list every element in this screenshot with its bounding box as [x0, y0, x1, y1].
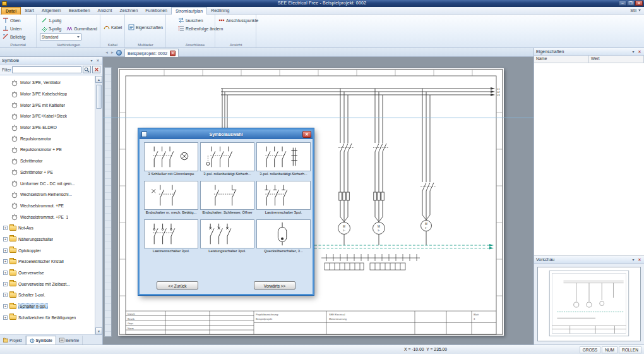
tree-item-label: Umformer DC - DC mit gem... [20, 181, 75, 186]
minimize-button[interactable]: – [619, 1, 626, 6]
tree-item-wechselstrommot-pe-1[interactable]: Wechselstrommot. +PE_1 [0, 211, 95, 223]
tree-item-repulsionsmotor-pe[interactable]: Repulsionsmotor + PE [0, 144, 95, 156]
eigenschaften-button[interactable]: Eigenschaften [127, 23, 164, 31]
menu-tab-ansicht[interactable]: Ansicht [94, 7, 116, 15]
tree-item-motor-3-pe-ventilator[interactable]: Motor 3/PE, Ventilator [0, 77, 95, 88]
symbol-cell-6[interactable]: Lasttrennschalter 3pol. [256, 181, 311, 216]
dialog-close-button[interactable]: ✕ [302, 131, 311, 138]
back-button[interactable]: << Zurück [157, 281, 198, 290]
panel-pin-icon[interactable]: ▾ [631, 49, 636, 54]
tree-item-schrittmotor[interactable]: Schrittmotor [0, 156, 95, 167]
expand-plus-icon[interactable]: + [3, 226, 8, 230]
gummiband-button[interactable]: Gummiband [65, 25, 98, 32]
tab-close-icon[interactable]: ✕ [170, 51, 176, 56]
tab-scroll-left-icon[interactable]: ◄ [105, 50, 109, 55]
style-selector[interactable]: Stil [630, 8, 636, 13]
column-wert[interactable]: Wert [589, 56, 644, 63]
close-button[interactable]: ✕ [635, 1, 643, 6]
cable-icon [104, 24, 110, 30]
tree-item-repulsionsmotor[interactable]: Repulsionsmotor [0, 133, 95, 144]
expand-plus-icon[interactable]: + [3, 293, 8, 297]
column-name[interactable]: Name [534, 56, 589, 63]
menu-tab-allgemein[interactable]: Allgemein [38, 7, 65, 15]
scroll-down-icon[interactable]: ▼ [95, 327, 102, 334]
einpolig-button[interactable]: 1-polig [40, 16, 63, 24]
tree-item-piezoelektrischer-kristall[interactable]: +Piezoelektrischer Kristall [0, 256, 95, 267]
filter-search-button[interactable] [83, 66, 91, 73]
tree-item-schalter-n-pol[interactable]: +Schalter n-pol. [0, 301, 95, 312]
preview-area [534, 264, 644, 345]
tree-item-not-aus[interactable]: +Not-Aus [0, 223, 95, 234]
menu-tab-redlining[interactable]: Redlining [207, 7, 233, 15]
filter-clear-button[interactable] [92, 66, 100, 73]
symbol-cell-4[interactable]: Endschalter m. mech. Betätig... [144, 181, 198, 216]
scrollbar-thumb[interactable] [96, 85, 102, 109]
scroll-up-icon[interactable]: ▲ [95, 76, 102, 83]
tree-item-motor-3-pe-kabelschlepp[interactable]: Motor 3/PE Kabelschlepp [0, 88, 95, 100]
document-tab[interactable]: Beispielprojekt: 0002 ✕ [124, 49, 179, 57]
expand-plus-icon[interactable]: + [3, 237, 8, 241]
tree-item-schrittmotor-pe[interactable]: Schrittmotor + PE [0, 167, 95, 178]
expand-plus-icon[interactable]: + [3, 304, 8, 308]
tree-item-wechselstrom-reihenschl[interactable]: Wechselstrom-Reihenschl... [0, 189, 95, 200]
symbol-cell-5[interactable]: Endschalter, Schliesser, Öffner [200, 181, 254, 216]
expand-plus-icon[interactable]: + [3, 315, 8, 320]
tree-item-querverweise-mit-zielbest[interactable]: +Querverweise mit Zielbest... [0, 278, 95, 290]
menu-tab-funktionen[interactable]: Funktionen [141, 7, 171, 15]
oben-button[interactable]: Oben [1, 16, 22, 24]
expand-plus-icon[interactable]: + [3, 282, 8, 286]
tree-item-wechselstrommot-pe[interactable]: Wechselstrommot. +PE [0, 200, 95, 212]
menu-tab-stromlaufplan[interactable]: Stromlaufplan [171, 7, 207, 15]
menu-tab-datei[interactable]: Datei [1, 7, 21, 15]
symbol-cell-7[interactable]: Lasttrennschalter 3pol. [144, 219, 198, 255]
symbol-cell-9[interactable]: Quecksilberschalter, 3... [256, 219, 311, 255]
tree-item-motor-3-pe-kabel-steck[interactable]: Motor 3/PE+Kabel+Steck [0, 111, 95, 122]
symbols-panel: Symbole ▾ ✕ Filter Motor 3/PE, Ventilato… [0, 57, 103, 345]
symbol-cell-8[interactable]: Leistungsschalter 3pol. [200, 219, 254, 255]
tree-scrollbar[interactable]: ▲ ▼ [95, 76, 102, 334]
maximize-button[interactable]: ❐ [627, 1, 635, 6]
tree-item-schaltzeichen-für-betätigungen[interactable]: +Schaltzeichen für Betätigungen [0, 312, 95, 323]
dreipolig-button[interactable]: 3-polig [40, 25, 63, 32]
forward-button[interactable]: Vorwärts >> [254, 281, 295, 290]
panel-tab-befehle[interactable]: Befehle [56, 336, 83, 345]
unten-button[interactable]: Unten [1, 25, 23, 32]
tree-item-näherungsschalter[interactable]: +Näherungsschalter [0, 234, 95, 245]
menu-tab-bearbeiten[interactable]: Bearbeiten [65, 7, 94, 15]
panel-menu-icon[interactable]: ▾ [89, 58, 94, 63]
kabel-button[interactable]: Kabel [102, 23, 123, 31]
tree-item-umformer-dc-dc-mit-gem[interactable]: Umformer DC - DC mit gem... [0, 178, 95, 189]
tree-item-querverweise[interactable]: +Querverweise [0, 267, 95, 279]
tree-item-motor-3-pe-eldro[interactable]: Motor 3/PE-ELDRO [0, 122, 95, 133]
preview-thumbnail[interactable] [537, 267, 641, 341]
dialog-titlebar[interactable]: Symbolauswahl ✕ [140, 130, 313, 139]
symbol-cell-2[interactable]: 3-pol. rollenbetätigt.Sicherh... [200, 142, 254, 178]
panel-close-icon[interactable]: ✕ [637, 257, 642, 262]
chevron-down-icon[interactable] [638, 9, 641, 11]
panel-pin-icon[interactable]: ▾ [631, 257, 636, 262]
tree-item-optokoppler[interactable]: +Optokoppler [0, 245, 95, 256]
tab-scroll-right-icon[interactable]: ► [110, 50, 114, 55]
panel-tab-projekt[interactable]: Projekt [0, 336, 26, 345]
tauschen-button[interactable]: tauschen [177, 16, 205, 24]
panel-tab-symbole[interactable]: Symbole [26, 336, 56, 345]
symbol-cell-3[interactable]: 3-pol. rollenbetätigt.Sicherh... [256, 142, 311, 178]
panel-close-icon[interactable]: ✕ [637, 49, 642, 54]
expand-plus-icon[interactable]: + [3, 271, 8, 275]
expand-plus-icon[interactable]: + [3, 259, 8, 264]
tree-item-motor-3-pe-mit-kaltleiter[interactable]: Motor 3/PE mit Kaltleiter [0, 99, 95, 111]
connection-style-select[interactable]: Standard [40, 34, 81, 40]
tree-item-schalter-1-pol[interactable]: +Schalter 1-pol. [0, 290, 95, 301]
folder-icon [9, 226, 16, 231]
symbol-cell-1[interactable]: 3 Schließer mit Glimmlampe [144, 142, 198, 178]
expand-plus-icon[interactable]: + [3, 248, 8, 253]
pages-icon[interactable] [116, 50, 122, 56]
beliebig-button[interactable]: Beliebig [1, 33, 27, 40]
motor-symbol-icon [11, 113, 18, 120]
filter-input[interactable] [12, 66, 81, 73]
properties-table-body[interactable] [534, 63, 644, 256]
menu-tab-zeichnen[interactable]: Zeichnen [116, 7, 142, 15]
anschlusspunkte-button[interactable]: Anschlusspunkte [217, 16, 259, 24]
panel-close-icon[interactable]: ✕ [95, 58, 100, 63]
menu-tab-start[interactable]: Start [21, 7, 38, 15]
